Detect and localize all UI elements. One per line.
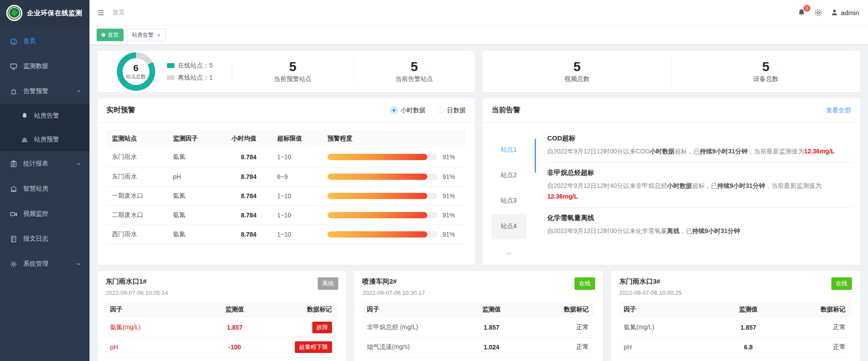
station-title: 喷漆车间2# xyxy=(362,277,425,286)
table-row: pH-100超量程下限 xyxy=(106,337,338,357)
rail-item-more[interactable]: ... xyxy=(491,239,526,265)
status-badge: 在线 xyxy=(574,277,595,290)
warning-progress: 91% xyxy=(328,153,460,161)
camera-icon xyxy=(10,210,17,218)
rail-item-station4[interactable]: 站点4 xyxy=(491,214,526,239)
alarm-station-rail: 站点1 站点2 站点3 站点4 ... xyxy=(483,123,535,265)
legend-offline: 离线站点：1 xyxy=(178,74,213,82)
topbar: 首页 0 admin xyxy=(89,0,868,25)
table-row: 东门雨水 氨氮 8.784 1~10 91% xyxy=(106,148,466,167)
table-row: 非甲烷总烃 (mg/L)1.857正常 xyxy=(362,318,595,337)
sidebar-item-label: 报文日志 xyxy=(23,235,48,243)
station-factors-table: 因子监测值数据标记 非甲烷总烃 (mg/L)1.857正常 烟气流速(mg/s)… xyxy=(362,302,595,357)
table-row: 氨氮(mg/L)1.857正常 xyxy=(619,318,852,337)
stats-card-stations: 6 站点总数 在线站点：5 离线站点：1 xyxy=(98,51,475,92)
tab-home[interactable]: 首页 xyxy=(97,29,123,41)
stat-devices: 5 设备总数 xyxy=(672,60,860,84)
sidebar-item-system[interactable]: 系统管理 xyxy=(0,251,89,276)
station-timestamp: 2022-09-07-06 10:30:17 xyxy=(362,289,425,296)
station-card-3: 东门雨水口3# 2022-09-07-06 10:00:25 在线 因子监测值数… xyxy=(611,271,860,361)
realtime-warning-panel: 实时预警 小时数据 日数据 xyxy=(98,98,475,265)
sidebar-item-message-log[interactable]: 报文日志 xyxy=(0,226,89,251)
radio-icon xyxy=(391,107,397,114)
online-swatch-icon xyxy=(167,63,174,68)
station-title: 东门雨水口1# xyxy=(106,277,168,286)
sidebar-item-monitor-data[interactable]: 监测数据 xyxy=(0,54,89,79)
sidebar-item-smart-station[interactable]: 智慧站房 xyxy=(0,176,89,201)
radio-hour-data[interactable]: 小时数据 xyxy=(391,106,425,115)
sidebar-item-label: 系统管理 xyxy=(23,260,48,268)
report-icon xyxy=(10,160,17,168)
sidebar-item-reports[interactable]: 统计报表 xyxy=(0,151,89,176)
breadcrumb[interactable]: 首页 xyxy=(112,8,125,17)
status-badge: 在线 xyxy=(831,277,852,290)
building-icon xyxy=(10,185,17,193)
stations-donut: 6 站点总数 xyxy=(117,52,155,91)
table-row: 东门雨水 pH 8.784 6~9 91% xyxy=(106,167,466,186)
monitor-icon xyxy=(10,63,17,70)
settings-button[interactable] xyxy=(814,8,822,17)
sidebar-item-label: 统计报表 xyxy=(23,160,48,168)
station-timestamp: 2022-09-07-06 10:05:14 xyxy=(106,289,168,296)
siren-icon xyxy=(21,136,28,143)
sidebar-item-station-warning[interactable]: 站房预警 xyxy=(0,127,89,151)
data-mark: 正常 xyxy=(833,323,846,331)
app-logo-bar: 企业环保在线监测 xyxy=(0,0,89,26)
view-all-link[interactable]: 查看全部 xyxy=(826,106,851,115)
notification-bell-button[interactable]: 0 xyxy=(797,8,806,17)
notification-badge: 0 xyxy=(803,4,811,12)
table-header-row: 因子监测值数据标记 xyxy=(106,302,338,318)
offline-swatch-icon xyxy=(167,75,174,80)
data-mark: 正常 xyxy=(576,343,589,350)
alarm-list: COD超标 自2022年9月12日12时00分以来COD小时数据超标，已持续9小… xyxy=(535,123,860,265)
chevron-down-icon xyxy=(76,161,81,166)
tab-label: 首页 xyxy=(108,31,119,39)
menu-fold-icon[interactable] xyxy=(97,8,105,17)
active-station-indicator xyxy=(535,139,536,173)
page-content: 6 站点总数 在线站点：5 离线站点：1 xyxy=(89,45,868,361)
active-tab-dot-icon xyxy=(102,33,105,37)
alarm-value: 12.36mg/L xyxy=(547,193,578,200)
rail-item-station3[interactable]: 站点3 xyxy=(491,188,526,213)
station-factors-table: 因子监测值数据标记 氨氮(mg/L)1.857故障 pH-100超量程下限 xyxy=(106,302,338,361)
person-icon xyxy=(830,8,838,17)
table-row: pH6.8正常 xyxy=(619,337,852,357)
dashboard-icon xyxy=(10,38,17,45)
sidebar-item-home[interactable]: 首页 xyxy=(0,29,89,54)
stat-videos: 5 视频总数 xyxy=(483,60,671,84)
alarm-item: 非甲烷总烃超标 自2022年9月12日12时40分以来非甲烷总烃小时数据超标，已… xyxy=(547,169,852,208)
table-row: 西门雨水 氨氮 8.784 1~10 91% xyxy=(106,225,466,244)
sidebar-item-label: 告警预警 xyxy=(23,87,48,95)
sidebar-item-station-alarm[interactable]: 站房告警 xyxy=(0,104,89,127)
stations-total-value: 6 xyxy=(133,63,139,72)
current-alarm-panel: 当前告警 查看全部 站点1 站点2 站点3 站点4 ... COD超标 xyxy=(483,98,860,265)
sidebar-item-video[interactable]: 视频监控 xyxy=(0,201,89,226)
table-header-row: 因子监测值数据标记 xyxy=(619,302,852,318)
data-mark: 正常 xyxy=(833,343,846,350)
rail-item-station1[interactable]: 站点1 xyxy=(491,137,526,162)
station-title: 东门雨水口3# xyxy=(619,277,682,286)
table-header-row: 因子监测值数据标记 xyxy=(362,302,595,318)
sidebar-item-label: 站房预警 xyxy=(34,136,59,144)
table-row: 一期废水口 氨氮 8.784 1~10 91% xyxy=(106,186,466,205)
panel-title: 当前告警 xyxy=(492,106,520,115)
sidebar-item-label: 首页 xyxy=(23,37,36,45)
bell-icon xyxy=(21,112,28,119)
alarm-value: 12.36mg/L xyxy=(804,148,834,155)
tab-station-alarm[interactable]: 站房告警 × xyxy=(127,29,166,41)
station-card-1: 东门雨水口1# 2022-09-07-06 10:05:14 离线 因子监测值数… xyxy=(98,271,346,361)
rail-item-station2[interactable]: 站点2 xyxy=(491,162,526,188)
close-icon[interactable]: × xyxy=(157,32,161,38)
gear-icon xyxy=(10,260,17,268)
user-menu[interactable]: admin xyxy=(830,8,859,17)
sidebar: 企业环保在线监测 首页 监测数据 告警预警 站房告警 站房预警 xyxy=(0,0,89,361)
status-badge: 离线 xyxy=(318,277,338,290)
table-row xyxy=(106,357,338,361)
alarm-item: 化学需氧量离线 自2022年9月12日12时00分以来化学需氧量离线，已持续9小… xyxy=(547,214,852,242)
sidebar-item-alarm-warning[interactable]: 告警预警 xyxy=(0,79,89,104)
table-row: 氨氮(mg/L)1.857故障 xyxy=(106,318,338,337)
main-area: 首页 0 admin 首页 站房告警 × xyxy=(89,0,868,361)
radio-day-data[interactable]: 日数据 xyxy=(437,106,466,115)
warning-progress: 91% xyxy=(328,212,460,219)
table-row: 二期废水口 氨氮 8.784 1~10 91% xyxy=(106,205,466,225)
